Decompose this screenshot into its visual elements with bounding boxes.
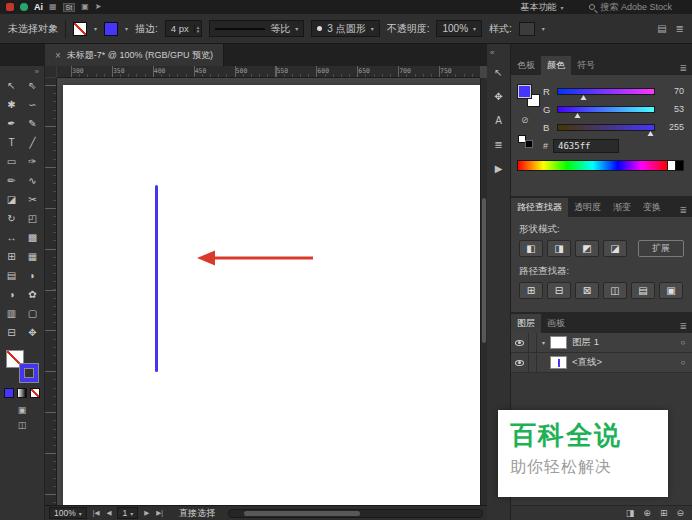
magic-wand-tool[interactable]: ✱	[1, 95, 22, 114]
red-slider[interactable]	[557, 88, 655, 95]
layer-name[interactable]: 图层 1	[572, 336, 674, 349]
next-artboard-button[interactable]: ▶	[143, 509, 150, 517]
pen-tool[interactable]: ✒	[1, 114, 22, 133]
dock-expand-icon[interactable]: «	[487, 48, 494, 57]
tab-pathfinder[interactable]: 路径查找器	[511, 198, 568, 217]
black-swatch[interactable]	[525, 140, 533, 148]
slice-tool[interactable]: ⊟	[1, 323, 22, 342]
stroke-color-swatch[interactable]	[104, 22, 118, 36]
shaper-tool[interactable]: ∿	[22, 171, 43, 190]
stepper-arrows[interactable]: ▴ ▾	[194, 25, 202, 33]
exclude-button[interactable]: ◪	[603, 240, 627, 257]
red-arrow-annotation[interactable]	[196, 246, 316, 270]
first-artboard-button[interactable]: |◀	[92, 509, 101, 517]
artboard-number-dropdown[interactable]: 1 ▾	[117, 507, 138, 519]
none-button[interactable]	[30, 388, 40, 398]
pencil-tool[interactable]: ✏	[1, 171, 22, 190]
grid-icon[interactable]: ▦	[49, 3, 57, 11]
crop-button[interactable]: ◫	[603, 282, 627, 299]
tab-symbols[interactable]: 符号	[571, 56, 601, 75]
layer-row-parent[interactable]: ▾ 图层 1 ○	[511, 333, 692, 353]
target-circle-icon[interactable]: ○	[674, 338, 692, 347]
column-graph-tool[interactable]: ▥	[1, 304, 22, 323]
new-sublayer-button[interactable]: ⊕	[643, 509, 651, 518]
chevron-down-icon[interactable]: ▾	[542, 25, 545, 32]
blue-slider[interactable]	[557, 124, 655, 131]
make-mask-button[interactable]: ◨	[626, 509, 635, 518]
close-icon[interactable]: ×	[55, 50, 61, 61]
black-spectrum-swatch[interactable]	[676, 160, 684, 171]
layer-row-child[interactable]: <直线> ○	[511, 353, 692, 373]
lasso-tool[interactable]: ∽	[22, 95, 43, 114]
tab-gradient[interactable]: 渐变	[607, 198, 637, 217]
blue-value[interactable]: 255	[660, 122, 684, 132]
artboard-tool[interactable]: ▢	[22, 304, 43, 323]
layer-name[interactable]: <直线>	[572, 356, 674, 369]
scissors-tool[interactable]: ✂	[22, 190, 43, 209]
menu-icon[interactable]: ≣	[676, 23, 684, 34]
lock-column[interactable]	[529, 333, 537, 353]
expand-button[interactable]: 扩展	[638, 240, 684, 257]
scale-tool[interactable]: ◰	[22, 209, 43, 228]
drawn-vertical-line[interactable]	[155, 185, 158, 372]
panel-menu-icon[interactable]: ≣	[679, 321, 692, 333]
green-slider[interactable]	[557, 106, 655, 113]
toolbar-collapse-icon[interactable]: »	[35, 66, 44, 76]
paintbrush-tool[interactable]: ✑	[22, 152, 43, 171]
color-spectrum[interactable]	[517, 160, 668, 171]
line-segment-tool[interactable]: ╱	[22, 133, 43, 152]
symbol-sprayer-tool[interactable]: ✿	[22, 285, 43, 304]
slider-handle[interactable]	[580, 95, 586, 100]
curvature-tool[interactable]: ✎	[22, 114, 43, 133]
arrange-documents-icon[interactable]: ▣	[81, 3, 89, 11]
stroke-proxy[interactable]	[518, 85, 531, 98]
eraser-tool[interactable]: ◪	[1, 190, 22, 209]
blend-tool[interactable]: ◑	[1, 285, 22, 304]
red-value[interactable]: 70	[660, 86, 684, 96]
rectangle-tool[interactable]: ▭	[1, 152, 22, 171]
screen-mode-icon[interactable]: ◫	[18, 420, 27, 430]
opacity-dropdown[interactable]: 100% ▾	[436, 20, 482, 37]
target-circle-icon[interactable]: ○	[674, 358, 692, 367]
free-transform-tool[interactable]: ▩	[22, 228, 43, 247]
eyedropper-tool[interactable]: ◗	[22, 266, 43, 285]
outline-button[interactable]: ▤	[631, 282, 655, 299]
hand-tool[interactable]: ✥	[22, 323, 43, 342]
style-swatch[interactable]	[519, 22, 535, 36]
panel-menu-icon[interactable]: ≣	[679, 205, 692, 217]
tab-artboards[interactable]: 画板	[541, 314, 571, 333]
lock-column[interactable]	[529, 353, 537, 373]
share-icon[interactable]: ➤	[95, 3, 102, 11]
panel-toggle-icon[interactable]: ▤	[657, 23, 666, 34]
unite-button[interactable]: ◧	[519, 240, 543, 257]
expand-chevron-icon[interactable]: ▾	[537, 339, 550, 346]
document-tab[interactable]: × 未标题-7* @ 100% (RGB/GPU 预览)	[45, 44, 224, 66]
vertical-scrollbar[interactable]	[480, 78, 487, 505]
tab-layers[interactable]: 图层	[511, 314, 541, 333]
chevron-down-icon[interactable]: ▾	[94, 25, 97, 32]
canvas-viewport[interactable]	[57, 78, 480, 505]
selection-panel-icon[interactable]: ↖	[494, 68, 502, 78]
fill-color-swatch[interactable]	[73, 22, 87, 36]
gradient-tool[interactable]: ▤	[1, 266, 22, 285]
stock-search[interactable]: 搜索 Adobe Stock	[589, 1, 672, 14]
workspace-switcher[interactable]: 基本功能 ▾	[520, 1, 563, 14]
mesh-tool[interactable]: ▦	[22, 247, 43, 266]
minus-back-button[interactable]: ▣	[659, 282, 683, 299]
rotate-tool[interactable]: ↻	[1, 209, 22, 228]
gradient-button[interactable]	[17, 388, 27, 398]
vertical-ruler[interactable]	[45, 78, 57, 505]
chevron-down-icon[interactable]: ▾	[125, 25, 128, 32]
drawing-mode-icon[interactable]: ▣	[18, 405, 27, 415]
stroke-profile-dropdown[interactable]: 等比 ▾	[209, 20, 304, 37]
white-spectrum-swatch[interactable]	[668, 160, 676, 171]
panel-menu-icon[interactable]: ≣	[679, 63, 692, 75]
merge-button[interactable]: ⊠	[575, 282, 599, 299]
actions-panel-icon[interactable]: ▶	[495, 164, 503, 174]
black-white-swatches[interactable]	[518, 135, 533, 148]
horizontal-ruler[interactable]	[57, 66, 480, 78]
hand-panel-icon[interactable]: ✥	[494, 92, 502, 102]
divide-button[interactable]: ⊞	[519, 282, 543, 299]
minus-front-button[interactable]: ◨	[547, 240, 571, 257]
brush-definition-dropdown[interactable]: 3 点圆形 ▾	[311, 20, 379, 37]
